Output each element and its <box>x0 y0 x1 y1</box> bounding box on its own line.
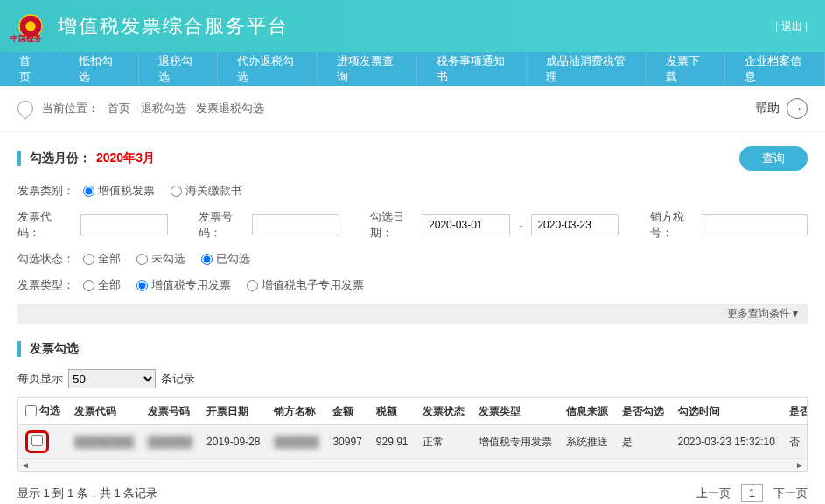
scroll-right-icon[interactable]: ► <box>795 460 804 470</box>
col-select-time: 勾选时间 <box>671 398 782 425</box>
arrow-right-icon: → <box>787 98 808 119</box>
nav-invoice-download[interactable]: 发票下载 <box>647 52 726 86</box>
radio-type-e-special[interactable]: 增值税电子专用发票 <box>247 277 364 293</box>
page-number[interactable]: 1 <box>741 484 763 502</box>
radio-customs[interactable]: 海关缴款书 <box>171 183 242 199</box>
radio-vat-invoice[interactable]: 增值税发票 <box>83 183 155 199</box>
cell-date: 2019-09-28 <box>199 425 267 459</box>
pagination: 上一页 1 下一页 <box>696 484 808 502</box>
row-checkbox[interactable] <box>31 435 43 446</box>
prev-page[interactable]: 上一页 <box>696 486 731 501</box>
page-size-pre: 每页显示 <box>17 371 63 387</box>
nav-agent-refund[interactable]: 代办退税勾选 <box>218 52 318 86</box>
cell-source: 系统推送 <box>559 425 615 459</box>
cell-confirmed: 否 <box>782 425 808 459</box>
col-seller: 销方名称 <box>267 398 325 425</box>
breadcrumb-bar: 当前位置： 首页 - 退税勾选 - 发票退税勾选 帮助 → <box>0 86 825 132</box>
period-value: 2020年3月 <box>96 150 155 166</box>
nav-tax-notice[interactable]: 税务事项通知书 <box>417 52 527 86</box>
more-filter-toggle[interactable]: 更多查询条件▼ <box>17 304 808 324</box>
cell-code: ████████ <box>67 425 141 459</box>
invoice-type-label: 发票类型： <box>17 277 74 293</box>
list-title: 发票勾选 <box>17 341 808 357</box>
app-title: 增值税发票综合服务平台 <box>58 13 289 39</box>
filter-title: 勾选月份： 2020年3月 <box>17 150 155 166</box>
col-num: 发票号码 <box>141 398 199 425</box>
cell-tax: 929.91 <box>369 425 416 459</box>
breadcrumb-path: 首页 - 退税勾选 - 发票退税勾选 <box>108 101 264 116</box>
nav-input-query[interactable]: 进项发票查询 <box>318 52 417 86</box>
select-all-checkbox[interactable] <box>25 405 37 416</box>
date-from-input[interactable] <box>423 214 510 235</box>
invoice-kind-label: 发票类别： <box>17 183 74 199</box>
app-logo: 中国税务 <box>14 10 47 43</box>
invoice-code-label: 发票代码： <box>17 209 72 241</box>
page-size-post: 条记录 <box>161 371 195 387</box>
cell-amount: 30997 <box>325 425 368 459</box>
invoice-num-input[interactable] <box>252 214 339 235</box>
filter-section: 勾选月份： 2020年3月 查询 发票类别： 增值税发票 海关缴款书 发票代码：… <box>0 132 825 324</box>
app-header: 中国税务 增值税发票综合服务平台 | 退出 | <box>0 0 825 52</box>
help-button[interactable]: 帮助 → <box>755 98 808 119</box>
radio-status-selected[interactable]: 已勾选 <box>201 251 250 267</box>
radio-status-unselected[interactable]: 未勾选 <box>136 251 185 267</box>
invoice-table: 勾选 发票代码 发票号码 开票日期 销方名称 金额 税额 发票状态 发票类型 信… <box>18 398 808 458</box>
col-type: 发票类型 <box>472 398 559 425</box>
col-confirmed: 是否确认 <box>782 398 808 425</box>
table-row: ████████ ██████ 2019-09-28 ██████ 30997 … <box>18 425 808 459</box>
cell-selected: 是 <box>615 425 671 459</box>
breadcrumb-label: 当前位置： <box>42 101 99 116</box>
col-code: 发票代码 <box>67 398 141 425</box>
cell-select-time: 2020-03-23 15:32:10 <box>671 425 782 459</box>
nav-company-profile[interactable]: 企业档案信息 <box>725 52 825 86</box>
nav-refund[interactable]: 退税勾选 <box>139 52 219 86</box>
col-status: 发票状态 <box>416 398 472 425</box>
radio-type-special[interactable]: 增值税专用发票 <box>136 277 231 293</box>
table-container: 勾选 发票代码 发票号码 开票日期 销方名称 金额 税额 发票状态 发票类型 信… <box>17 397 808 472</box>
seller-tax-label: 销方税号： <box>650 209 694 241</box>
help-label: 帮助 <box>755 101 780 116</box>
horizontal-scrollbar[interactable]: ◄ ► <box>18 458 807 471</box>
cell-status: 正常 <box>416 425 472 459</box>
col-select: 勾选 <box>39 403 60 418</box>
list-section: 发票勾选 每页显示 50 条记录 勾选 发票代码 发票号码 开票日期 销方名称 … <box>0 324 825 504</box>
col-selected: 是否勾选 <box>615 398 671 425</box>
nav-home[interactable]: 首页 <box>0 52 59 86</box>
location-icon <box>14 97 36 119</box>
select-status-label: 勾选状态： <box>17 251 74 267</box>
date-to-input[interactable] <box>531 214 619 235</box>
cell-num: ██████ <box>141 425 199 459</box>
col-amount: 金额 <box>325 398 368 425</box>
cell-type: 增值税专用发票 <box>472 425 559 459</box>
main-nav: 首页 抵扣勾选 退税勾选 代办退税勾选 进项发票查询 税务事项通知书 成品油消费… <box>0 52 825 86</box>
period-label: 勾选月份： <box>30 150 91 166</box>
scroll-left-icon[interactable]: ◄ <box>21 460 30 470</box>
col-tax: 税额 <box>369 398 416 425</box>
cell-seller: ██████ <box>267 425 325 459</box>
col-source: 信息来源 <box>559 398 615 425</box>
seller-tax-input[interactable] <box>703 214 808 235</box>
invoice-num-label: 发票号码： <box>199 209 242 241</box>
query-button[interactable]: 查询 <box>739 146 808 171</box>
next-page[interactable]: 下一页 <box>773 486 808 501</box>
radio-type-all[interactable]: 全部 <box>83 277 121 293</box>
table-header-row: 勾选 发票代码 发票号码 开票日期 销方名称 金额 税额 发票状态 发票类型 信… <box>18 398 808 425</box>
record-summary: 显示 1 到 1 条，共 1 条记录 <box>17 486 157 501</box>
nav-oil-tax[interactable]: 成品油消费税管理 <box>527 52 647 86</box>
date-separator: - <box>519 219 522 232</box>
nav-deduct[interactable]: 抵扣勾选 <box>59 52 139 86</box>
invoice-code-input[interactable] <box>80 214 168 235</box>
col-date: 开票日期 <box>199 398 267 425</box>
select-date-label: 勾选日期： <box>370 209 414 241</box>
page-size-select[interactable]: 50 <box>68 369 156 388</box>
radio-status-all[interactable]: 全部 <box>83 251 121 267</box>
logout-link[interactable]: | 退出 | <box>775 19 808 34</box>
